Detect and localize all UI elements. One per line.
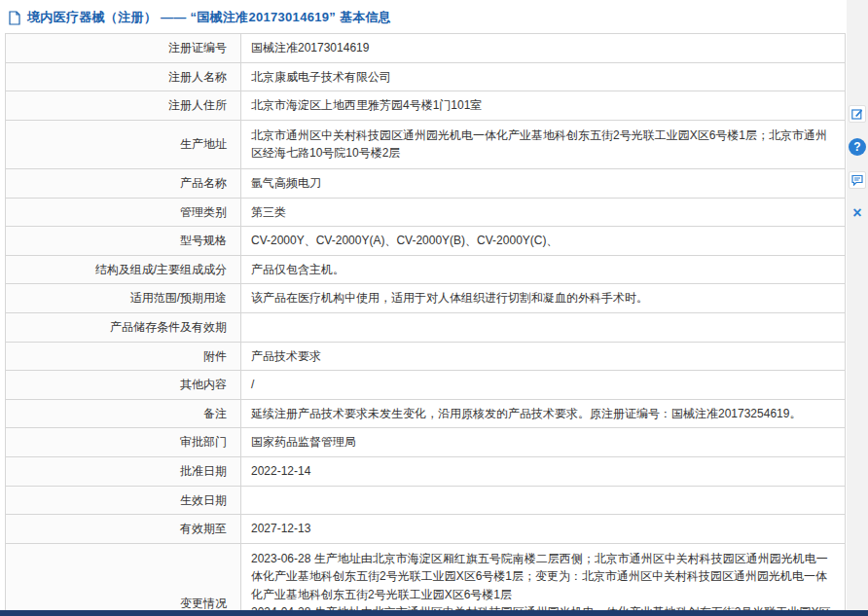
chat-icon[interactable] (849, 171, 866, 189)
row-value: 该产品在医疗机构中使用，适用于对人体组织进行切割和凝血的外科手术时。 (241, 284, 846, 313)
table-row: 注册证编号 国械注准20173014619 (6, 34, 846, 63)
row-label: 产品名称 (6, 168, 241, 198)
row-label: 注册证编号 (6, 34, 241, 63)
table-row: 适用范围/预期用途 该产品在医疗机构中使用，适用于对人体组织进行切割和凝血的外科… (6, 284, 846, 313)
table-row: 型号规格 CV-2000Y、CV-2000Y(A)、CV-2000Y(B)、CV… (6, 227, 846, 256)
row-value (241, 486, 846, 515)
row-label: 生产地址 (6, 120, 241, 168)
table-row: 附件 产品技术要求 (6, 342, 846, 371)
row-value: 北京康威电子技术有限公司 (241, 62, 846, 91)
row-label: 其他内容 (6, 371, 241, 400)
help-icon[interactable]: ? (849, 138, 866, 156)
table-row-change-history: 变更情况 2023-06-28 生产地址由北京市海淀区厢红旗五号院南楼二层西侧；… (6, 543, 846, 616)
row-value: 第三类 (241, 198, 846, 227)
close-icon[interactable]: × (849, 204, 866, 222)
row-label: 附件 (6, 342, 241, 371)
edit-icon[interactable] (849, 105, 866, 123)
row-label: 注册人名称 (6, 62, 241, 91)
row-value: CV-2000Y、CV-2000Y(A)、CV-2000Y(B)、CV-2000… (241, 227, 846, 256)
page-title: 境内医疗器械（注册） —— “国械注准20173014619” 基本信息 (27, 9, 391, 26)
registration-info-table: 注册证编号 国械注准20173014619 注册人名称 北京康威电子技术有限公司… (5, 33, 846, 616)
row-value: 北京市通州区中关村科技园区通州园光机电一体化产业基地科创东五街2号光联工业园X区… (241, 120, 846, 168)
table-row: 备注 延续注册产品技术要求未发生变化，沿用原核发的产品技术要求。原注册证编号：国… (6, 399, 846, 428)
right-rail (847, 0, 868, 616)
table-row: 产品储存条件及有效期 (6, 312, 846, 342)
row-label: 批准日期 (6, 456, 241, 486)
row-label: 产品储存条件及有效期 (6, 312, 241, 342)
side-toolbar: ? × (848, 105, 867, 222)
table-row: 结构及组成/主要组成成分 产品仅包含主机。 (6, 255, 846, 284)
row-value: 氩气高频电刀 (241, 168, 846, 198)
row-label: 有效期至 (6, 515, 241, 544)
row-value: 国械注准20173014619 (241, 34, 846, 63)
table-row: 有效期至 2027-12-13 (6, 515, 846, 544)
row-value: / (241, 371, 846, 400)
table-row: 管理类别 第三类 (6, 198, 846, 227)
row-label: 结构及组成/主要组成成分 (6, 255, 241, 284)
row-value (241, 312, 846, 342)
row-label: 备注 (6, 399, 241, 428)
row-value: 北京市海淀区上地西里雅芳园4号楼1门101室 (241, 91, 846, 121)
row-value: 产品技术要求 (241, 342, 846, 371)
table-row: 注册人名称 北京康威电子技术有限公司 (6, 62, 846, 91)
row-label: 审批部门 (6, 428, 241, 457)
row-value: 国家药品监督管理局 (241, 428, 846, 457)
page-header: 境内医疗器械（注册） —— “国械注准20173014619” 基本信息 (5, 0, 847, 33)
table-row: 产品名称 氩气高频电刀 (6, 168, 846, 198)
row-value: 2027-12-13 (241, 515, 846, 544)
footer-bar (0, 610, 868, 616)
row-label: 注册人住所 (6, 91, 241, 121)
row-label: 适用范围/预期用途 (6, 284, 241, 313)
row-value: 2023-06-28 生产地址由北京市海淀区厢红旗五号院南楼二层西侧；北京市通州… (241, 543, 846, 616)
row-value: 产品仅包含主机。 (241, 255, 846, 284)
row-label: 型号规格 (6, 227, 241, 256)
table-row: 生效日期 (6, 486, 846, 515)
document-icon (8, 11, 21, 25)
table-row: 审批部门 国家药品监督管理局 (6, 428, 846, 457)
row-label: 变更情况 (6, 543, 241, 616)
table-row: 批准日期 2022-12-14 (6, 456, 846, 486)
row-value: 延续注册产品技术要求未发生变化，沿用原核发的产品技术要求。原注册证编号：国械注准… (241, 399, 846, 428)
table-row: 生产地址 北京市通州区中关村科技园区通州园光机电一体化产业基地科创东五街2号光联… (6, 120, 846, 168)
registration-info-page: 境内医疗器械（注册） —— “国械注准20173014619” 基本信息 注册证… (0, 0, 847, 616)
table-row: 其他内容 / (6, 371, 846, 400)
row-label: 管理类别 (6, 198, 241, 227)
row-value: 2022-12-14 (241, 456, 846, 486)
row-label: 生效日期 (6, 486, 241, 515)
table-row: 注册人住所 北京市海淀区上地西里雅芳园4号楼1门101室 (6, 91, 846, 121)
